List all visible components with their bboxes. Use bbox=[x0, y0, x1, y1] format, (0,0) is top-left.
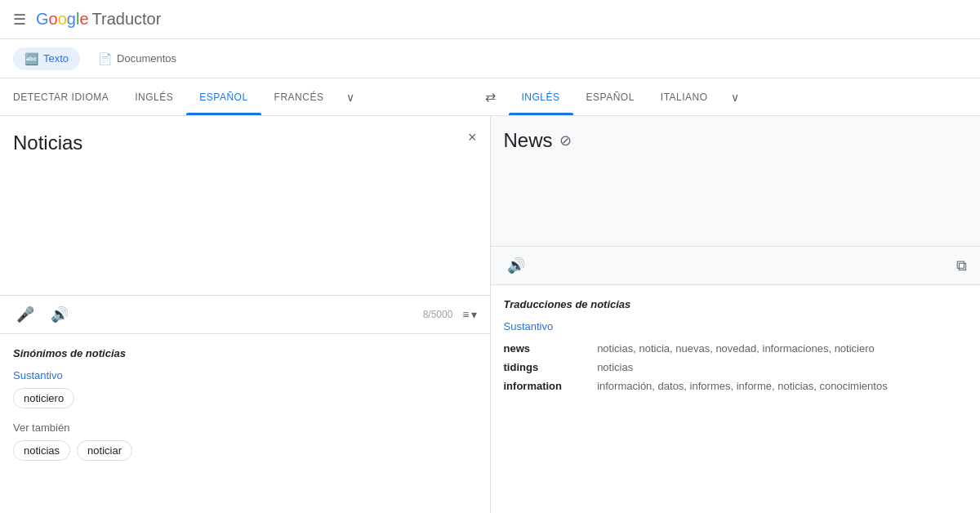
target-lang-side: INGLÉS ESPAÑOL ITALIANO ∨ bbox=[509, 78, 981, 115]
lang-english-target-btn[interactable]: INGLÉS bbox=[509, 78, 573, 115]
chevron-format-icon: ▾ bbox=[471, 308, 477, 321]
synonyms-section: Sinónimos de noticias Sustantivo noticie… bbox=[0, 334, 490, 513]
synonyms-title-prefix: Sinónimos de bbox=[13, 347, 86, 359]
trans-meanings: noticias bbox=[597, 358, 967, 377]
logo-o1: o bbox=[49, 10, 58, 29]
swap-languages-btn[interactable]: ⇄ bbox=[472, 89, 509, 105]
app-logo: Google Traductor bbox=[36, 10, 161, 29]
logo-traduct: Traductor bbox=[92, 10, 162, 29]
translated-text: News ⊘ bbox=[504, 129, 968, 152]
translation-result: News bbox=[504, 129, 553, 152]
synonym-chip-noticiero[interactable]: noticiero bbox=[13, 388, 74, 408]
target-lang-more-btn[interactable]: ∨ bbox=[721, 78, 749, 115]
trans-word: news bbox=[504, 339, 598, 358]
output-footer: 🔊 ⧉ bbox=[491, 247, 981, 285]
documents-tab-icon: 📄 bbox=[98, 52, 112, 65]
tab-text[interactable]: 🔤 Texto bbox=[13, 47, 80, 70]
synonyms-title: Sinónimos de noticias bbox=[13, 347, 477, 359]
see-also-chip-noticiar[interactable]: noticiar bbox=[77, 440, 132, 461]
source-input-area[interactable]: Noticias × bbox=[0, 116, 490, 296]
table-row: information información, datos, informes… bbox=[504, 377, 968, 395]
trans-meanings: noticias, noticia, nuevas, novedad, info… bbox=[597, 339, 967, 358]
lang-english-source-btn[interactable]: INGLÉS bbox=[122, 78, 186, 115]
translations-section: Traducciones de noticias Sustantivo news… bbox=[491, 285, 981, 513]
trans-meanings: información, datos, informes, informe, n… bbox=[597, 377, 967, 395]
language-bar: DETECTAR IDIOMA INGLÉS ESPAÑOL FRANCÉS ∨… bbox=[0, 78, 980, 116]
speaker-target-button[interactable]: 🔊 bbox=[504, 253, 528, 278]
tab-documents[interactable]: 📄 Documentos bbox=[87, 47, 188, 70]
format-button[interactable]: ≡ ▾ bbox=[462, 308, 476, 321]
tab-documents-label: Documentos bbox=[117, 52, 176, 65]
trans-word: tidings bbox=[504, 358, 598, 377]
swap-icon: ⇄ bbox=[485, 89, 496, 105]
copy-icon: ⧉ bbox=[956, 257, 967, 274]
char-count: 8/5000 bbox=[423, 309, 453, 320]
speaker-target-icon: 🔊 bbox=[507, 257, 525, 274]
translations-table: news noticias, noticia, nuevas, novedad,… bbox=[504, 339, 968, 395]
tabs-bar: 🔤 Texto 📄 Documentos bbox=[0, 39, 980, 78]
translations-pos-label: Sustantivo bbox=[504, 320, 968, 332]
translations-title: Traducciones de noticias bbox=[504, 298, 968, 310]
output-area: News ⊘ bbox=[491, 116, 981, 247]
right-panel: News ⊘ 🔊 ⧉ Traducciones de noticias Sust… bbox=[491, 116, 981, 513]
synonym-chips: noticiero bbox=[13, 388, 477, 408]
source-lang-more-btn[interactable]: ∨ bbox=[336, 78, 364, 115]
text-tab-icon: 🔤 bbox=[24, 52, 38, 65]
lang-spanish-btn[interactable]: ESPAÑOL bbox=[186, 78, 261, 115]
logo-g2: g bbox=[67, 10, 76, 29]
mic-button[interactable]: 🎤 bbox=[13, 302, 38, 327]
input-footer: 🎤 🔊 8/5000 ≡ ▾ bbox=[0, 296, 490, 334]
source-lang-side: DETECTAR IDIOMA INGLÉS ESPAÑOL FRANCÉS ∨ bbox=[0, 78, 472, 115]
trans-word: information bbox=[504, 377, 598, 395]
speaker-source-icon: 🔊 bbox=[51, 306, 69, 323]
synonyms-pos-label: Sustantivo bbox=[13, 369, 477, 381]
translations-title-prefix: Traducciones de bbox=[504, 298, 591, 310]
lang-detect-btn[interactable]: DETECTAR IDIOMA bbox=[0, 78, 122, 115]
translations-title-word: noticias bbox=[590, 298, 630, 310]
format-icon: ≡ bbox=[462, 308, 469, 321]
left-panel: Noticias × 🎤 🔊 8/5000 ≡ ▾ Sinónimos de n… bbox=[0, 116, 491, 513]
table-row: tidings noticias bbox=[504, 358, 968, 377]
logo-o2: o bbox=[58, 10, 67, 29]
chevron-down-icon: ∨ bbox=[346, 91, 354, 104]
synonyms-title-word: noticias bbox=[86, 347, 126, 359]
logo-e: e bbox=[79, 10, 88, 29]
table-row: news noticias, noticia, nuevas, novedad,… bbox=[504, 339, 968, 358]
tab-text-label: Texto bbox=[43, 52, 69, 65]
see-also-chips: noticias noticiar bbox=[13, 440, 477, 461]
logo-g: G bbox=[36, 10, 49, 29]
lang-spanish-target-btn[interactable]: ESPAÑOL bbox=[573, 78, 648, 115]
chevron-down-target-icon: ∨ bbox=[731, 91, 739, 104]
see-also-chip-noticias[interactable]: noticias bbox=[13, 440, 70, 461]
header: ☰ Google Traductor bbox=[0, 0, 980, 39]
source-text: Noticias bbox=[13, 129, 477, 157]
copy-button[interactable]: ⧉ bbox=[956, 257, 967, 274]
speaker-source-button[interactable]: 🔊 bbox=[47, 302, 72, 327]
see-also-title: Ver también bbox=[13, 422, 477, 434]
clear-button[interactable]: × bbox=[468, 129, 477, 146]
main-area: Noticias × 🎤 🔊 8/5000 ≡ ▾ Sinónimos de n… bbox=[0, 116, 980, 513]
lang-italian-btn[interactable]: ITALIANO bbox=[648, 78, 721, 115]
menu-icon[interactable]: ☰ bbox=[13, 11, 26, 29]
lang-french-btn[interactable]: FRANCÉS bbox=[261, 78, 337, 115]
check-icon: ⊘ bbox=[559, 132, 572, 149]
mic-icon: 🎤 bbox=[16, 306, 34, 323]
